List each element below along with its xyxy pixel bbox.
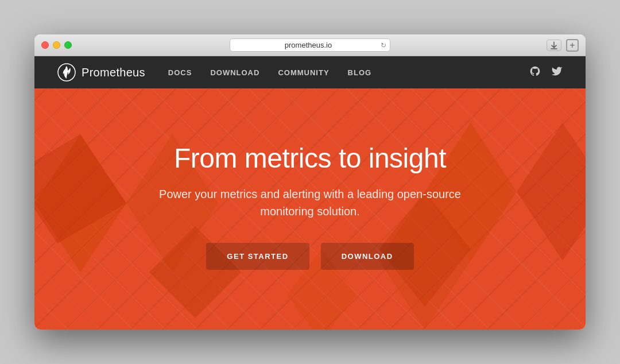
nav-links: DOCS DOWNLOAD COMMUNITY BLOG <box>168 68 529 77</box>
address-bar-area: 🔒 prometheus.io ↻ <box>230 38 390 52</box>
title-bar-right: + <box>547 39 579 52</box>
title-bar: 🔒 prometheus.io ↻ + <box>34 34 586 56</box>
close-button[interactable] <box>41 41 49 49</box>
twitter-icon[interactable] <box>551 65 563 80</box>
maximize-button[interactable] <box>64 41 72 49</box>
get-started-button[interactable]: GET STARTED <box>206 243 309 270</box>
svg-marker-1 <box>34 134 126 272</box>
hero-heading: From metrics to insight <box>174 142 446 174</box>
new-tab-button[interactable]: + <box>566 39 579 52</box>
svg-marker-7 <box>149 226 241 318</box>
nav-brand[interactable]: Prometheus <box>57 63 145 82</box>
svg-marker-5 <box>517 123 586 261</box>
traffic-lights <box>41 41 72 49</box>
nav-icons <box>529 65 563 80</box>
browser-window: 🔒 prometheus.io ↻ + Prometheus DOC <box>34 34 586 330</box>
hero-buttons: GET STARTED DOWNLOAD <box>206 243 413 270</box>
prometheus-logo-icon <box>57 63 76 82</box>
minimize-button[interactable] <box>53 41 60 49</box>
hero-section: From metrics to insight Power your metri… <box>34 88 586 330</box>
hero-subheading: Power your metrics and alerting with a l… <box>149 185 471 220</box>
site-nav: Prometheus DOCS DOWNLOAD COMMUNITY BLOG <box>34 56 586 88</box>
nav-link-docs[interactable]: DOCS <box>168 68 192 77</box>
download-icon-btn[interactable] <box>547 40 561 51</box>
nav-link-download[interactable]: DOWNLOAD <box>210 68 259 77</box>
svg-marker-2 <box>34 134 126 243</box>
reload-icon[interactable]: ↻ <box>381 41 386 49</box>
address-bar-container: 🔒 prometheus.io ↻ <box>230 38 390 52</box>
github-icon[interactable] <box>529 65 541 80</box>
nav-brand-name: Prometheus <box>82 66 145 79</box>
nav-link-community[interactable]: COMMUNITY <box>278 68 329 77</box>
download-button[interactable]: DOWNLOAD <box>321 243 414 270</box>
address-bar[interactable]: prometheus.io <box>230 38 390 52</box>
nav-link-blog[interactable]: BLOG <box>348 68 372 77</box>
